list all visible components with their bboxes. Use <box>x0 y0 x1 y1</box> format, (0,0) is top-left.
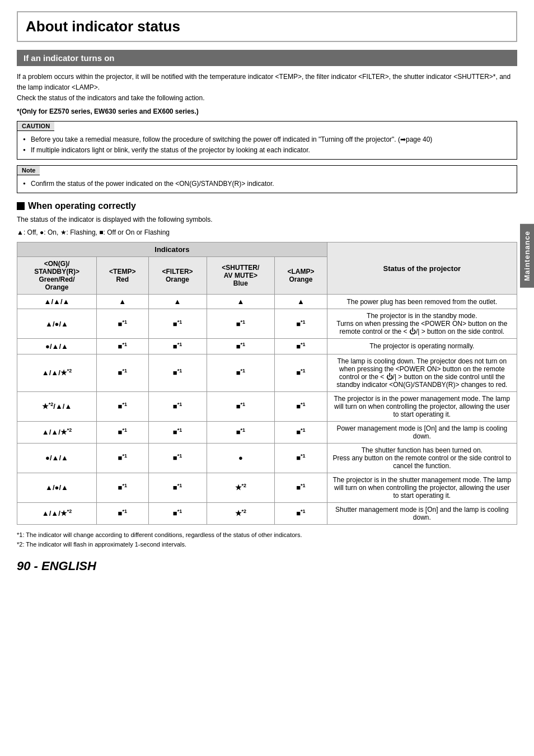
status-8: The projector is in the shutter manageme… <box>327 473 517 502</box>
ind-on-standby-7: ●/▲/▲ <box>17 443 97 473</box>
footnote-2: *2: The indicator will flash in approxim… <box>17 540 517 550</box>
ind-lamp-3: ■*1 <box>275 339 327 354</box>
caution-item-2: If multiple indicators light or blink, v… <box>23 145 511 156</box>
ind-lamp-9: ■*1 <box>275 502 327 524</box>
status-3: The projector is operating normally. <box>327 339 517 354</box>
status-6: Power management mode is [On] and the la… <box>327 421 517 443</box>
table-row: ▲/▲/★*2 ■*1 ■*1 ★*2 ■*1 Shutter manageme… <box>17 502 517 524</box>
ind-filter-4: ■*1 <box>148 354 207 391</box>
status-1: The power plug has been removed from the… <box>327 295 517 309</box>
status-7: The shutter function has been turned on.… <box>327 443 517 473</box>
subsection-title: When operating correctly <box>28 201 136 211</box>
section-heading: If an indicator turns on <box>17 50 517 66</box>
note-item-1: Confirm the status of the power indicate… <box>23 179 511 189</box>
ind-temp-4: ■*1 <box>97 354 148 391</box>
col-header-5: <LAMP>Orange <box>275 257 327 295</box>
ind-temp-3: ■*1 <box>97 339 148 354</box>
status-9: Shutter management mode is [On] and the … <box>327 502 517 524</box>
ind-lamp-8: ■*1 <box>275 473 327 502</box>
header-indicators: Indicators <box>17 242 327 257</box>
ind-lamp-2: ■*1 <box>275 309 327 339</box>
status-4: The lamp is cooling down. The projector … <box>327 354 517 391</box>
ind-filter-1: ▲ <box>148 295 207 309</box>
ind-temp-6: ■*1 <box>97 421 148 443</box>
ind-temp-7: ■*1 <box>97 443 148 473</box>
ind-lamp-6: ■*1 <box>275 421 327 443</box>
ind-shutter-6: ■*1 <box>207 421 275 443</box>
bold-note: *(Only for EZ570 series, EW630 series an… <box>17 108 517 115</box>
ind-on-standby-5: ★*2/▲/▲ <box>17 391 97 421</box>
ind-temp-2: ■*1 <box>97 309 148 339</box>
note-label: Note <box>17 166 40 175</box>
note-content: Confirm the status of the power indicate… <box>17 175 517 193</box>
ind-shutter-5: ■*1 <box>207 391 275 421</box>
indicator-table: Indicators Status of the projector <ON(G… <box>17 242 517 524</box>
ind-lamp-5: ■*1 <box>275 391 327 421</box>
ind-filter-6: ■*1 <box>148 421 207 443</box>
symbol-legend: ▲: Off, ●: On, ★: Flashing, ■: Off or On… <box>17 228 517 236</box>
ind-on-standby-1: ▲/▲/▲ <box>17 295 97 309</box>
caution-content: Before you take a remedial measure, foll… <box>17 131 517 159</box>
table-row: ▲/▲/▲ ▲ ▲ ▲ ▲ The power plug has been re… <box>17 295 517 309</box>
ind-shutter-7: ● <box>207 443 275 473</box>
table-row: ▲/●/▲ ■*1 ■*1 ■*1 ■*1 The projector is i… <box>17 309 517 339</box>
table-row: ●/▲/▲ ■*1 ■*1 ● ■*1 The shutter function… <box>17 443 517 473</box>
ind-lamp-7: ■*1 <box>275 443 327 473</box>
table-row: ▲/●/▲ ■*1 ■*1 ★*2 ■*1 The projector is i… <box>17 473 517 502</box>
ind-on-standby-2: ▲/●/▲ <box>17 309 97 339</box>
caution-item-1: Before you take a remedial measure, foll… <box>23 134 511 145</box>
ind-temp-1: ▲ <box>97 295 148 309</box>
ind-temp-8: ■*1 <box>97 473 148 502</box>
table-row: ▲/▲/★*2 ■*1 ■*1 ■*1 ■*1 The lamp is cool… <box>17 354 517 391</box>
status-intro: The status of the indicator is displayed… <box>17 214 517 225</box>
ind-filter-9: ■*1 <box>148 502 207 524</box>
ind-filter-7: ■*1 <box>148 443 207 473</box>
footnote-1: *1: The indicator will change according … <box>17 530 517 540</box>
ind-lamp-4: ■*1 <box>275 354 327 391</box>
footnotes: *1: The indicator will change according … <box>17 530 517 550</box>
ind-on-standby-8: ▲/●/▲ <box>17 473 97 502</box>
side-tab: Maintenance <box>520 224 534 288</box>
ind-on-standby-4: ▲/▲/★*2 <box>17 354 97 391</box>
ind-filter-8: ■*1 <box>148 473 207 502</box>
ind-filter-5: ■*1 <box>148 391 207 421</box>
page-footer: 90 - ENGLISH <box>17 559 517 573</box>
status-5: The projector is in the power management… <box>327 391 517 421</box>
col-header-3: <FILTER>Orange <box>148 257 207 295</box>
subsection-heading: When operating correctly <box>17 201 517 211</box>
ind-shutter-3: ■*1 <box>207 339 275 354</box>
col-header-2: <TEMP>Red <box>97 257 148 295</box>
col-header-4: <SHUTTER/AV MUTE>Blue <box>207 257 275 295</box>
status-col-header: Status of the projector <box>327 242 517 295</box>
caution-label: CAUTION <box>17 122 54 131</box>
ind-temp-5: ■*1 <box>97 391 148 421</box>
ind-temp-9: ■*1 <box>97 502 148 524</box>
col-header-1: <ON(G)/STANDBY(R)>Green/Red/Orange <box>17 257 97 295</box>
ind-shutter-1: ▲ <box>207 295 275 309</box>
ind-lamp-1: ▲ <box>275 295 327 309</box>
ind-filter-2: ■*1 <box>148 309 207 339</box>
note-box: Note Confirm the status of the power ind… <box>17 165 517 193</box>
black-square-icon <box>17 202 25 210</box>
table-row: ●/▲/▲ ■*1 ■*1 ■*1 ■*1 The projector is o… <box>17 339 517 354</box>
ind-shutter-8: ★*2 <box>207 473 275 502</box>
ind-shutter-9: ★*2 <box>207 502 275 524</box>
table-row: ▲/▲/★*2 ■*1 ■*1 ■*1 ■*1 Power management… <box>17 421 517 443</box>
ind-shutter-4: ■*1 <box>207 354 275 391</box>
ind-on-standby-6: ▲/▲/★*2 <box>17 421 97 443</box>
ind-shutter-2: ■*1 <box>207 309 275 339</box>
intro-line-1: If a problem occurs within the projector… <box>17 72 517 104</box>
caution-box: CAUTION Before you take a remedial measu… <box>17 121 517 160</box>
status-2: The projector is in the standby mode.Tur… <box>327 309 517 339</box>
page-title: About indicator status <box>17 11 517 42</box>
ind-on-standby-3: ●/▲/▲ <box>17 339 97 354</box>
table-row: ★*2/▲/▲ ■*1 ■*1 ■*1 ■*1 The projector is… <box>17 391 517 421</box>
ind-filter-3: ■*1 <box>148 339 207 354</box>
ind-on-standby-9: ▲/▲/★*2 <box>17 502 97 524</box>
